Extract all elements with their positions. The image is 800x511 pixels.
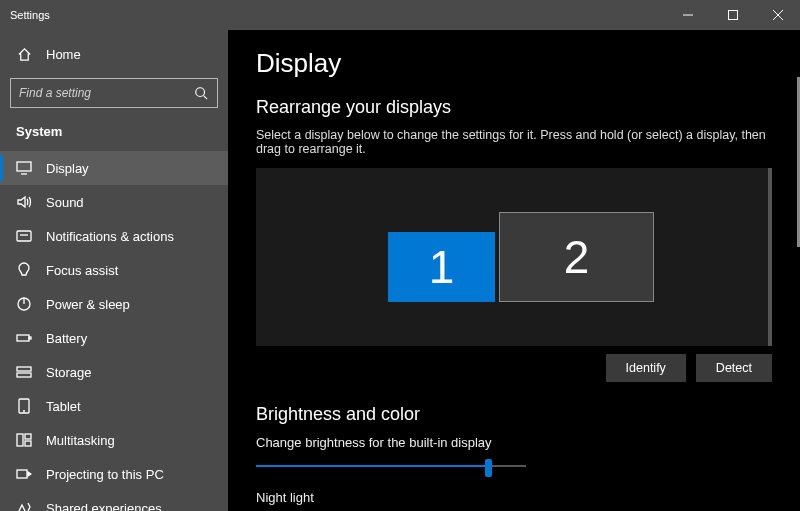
display-icon	[16, 160, 32, 176]
search-input[interactable]	[19, 86, 193, 100]
detect-button[interactable]: Detect	[696, 354, 772, 382]
sidebar: Home System Display Sound Notifications …	[0, 30, 228, 511]
monitor-id: 1	[429, 240, 455, 294]
svg-rect-12	[17, 335, 29, 341]
home-icon	[16, 46, 32, 62]
sidebar-item-label: Storage	[46, 365, 92, 380]
svg-rect-8	[17, 231, 31, 241]
titlebar: Settings	[0, 0, 800, 30]
search-icon	[193, 85, 209, 101]
search-container	[0, 72, 228, 114]
notifications-icon	[16, 228, 32, 244]
sidebar-item-projecting[interactable]: Projecting to this PC	[0, 457, 228, 491]
svg-point-4	[196, 88, 205, 97]
tablet-icon	[16, 398, 32, 414]
sidebar-item-label: Tablet	[46, 399, 81, 414]
projecting-icon	[16, 466, 32, 482]
brightness-slider[interactable]	[256, 456, 526, 476]
window-controls	[665, 0, 800, 30]
sidebar-item-label: Battery	[46, 331, 87, 346]
sidebar-item-storage[interactable]: Storage	[0, 355, 228, 389]
night-light-label: Night light	[256, 490, 772, 505]
svg-rect-13	[29, 337, 31, 339]
sidebar-item-display[interactable]: Display	[0, 151, 228, 185]
window-title: Settings	[0, 9, 665, 21]
sidebar-item-label: Power & sleep	[46, 297, 130, 312]
slider-thumb[interactable]	[485, 459, 492, 477]
sidebar-item-sound[interactable]: Sound	[0, 185, 228, 219]
search-box[interactable]	[10, 78, 218, 108]
minimize-button[interactable]	[665, 0, 710, 30]
sidebar-item-label: Shared experiences	[46, 501, 162, 512]
page-title: Display	[256, 48, 772, 79]
sidebar-item-shared-experiences[interactable]: Shared experiences	[0, 491, 228, 511]
brightness-label: Change brightness for the built-in displ…	[256, 435, 772, 450]
monitor-id: 2	[564, 230, 590, 284]
home-label: Home	[46, 47, 81, 62]
shared-icon	[16, 500, 32, 511]
focus-assist-icon	[16, 262, 32, 278]
sidebar-item-notifications[interactable]: Notifications & actions	[0, 219, 228, 253]
arrange-button-row: Identify Detect	[256, 354, 772, 382]
sidebar-category: System	[0, 114, 228, 151]
identify-button[interactable]: Identify	[606, 354, 686, 382]
svg-rect-14	[17, 367, 31, 371]
sidebar-item-label: Focus assist	[46, 263, 118, 278]
sidebar-item-label: Projecting to this PC	[46, 467, 164, 482]
storage-icon	[16, 364, 32, 380]
sidebar-item-label: Sound	[46, 195, 84, 210]
sidebar-item-multitasking[interactable]: Multitasking	[0, 423, 228, 457]
home-button[interactable]: Home	[0, 36, 228, 72]
svg-line-5	[204, 96, 208, 100]
sidebar-item-label: Notifications & actions	[46, 229, 174, 244]
sidebar-item-power-sleep[interactable]: Power & sleep	[0, 287, 228, 321]
svg-rect-6	[17, 162, 31, 171]
svg-rect-20	[25, 441, 31, 446]
multitasking-icon	[16, 432, 32, 448]
sidebar-item-tablet[interactable]: Tablet	[0, 389, 228, 423]
svg-rect-1	[728, 11, 737, 20]
rearrange-hint: Select a display below to change the set…	[256, 128, 772, 156]
svg-rect-21	[17, 470, 27, 478]
slider-fill	[256, 465, 488, 467]
rearrange-heading: Rearrange your displays	[256, 97, 772, 118]
main-content: Display Rearrange your displays Select a…	[228, 30, 800, 511]
monitor-2[interactable]: 2	[499, 212, 654, 302]
brightness-heading: Brightness and color	[256, 404, 772, 425]
sidebar-item-focus-assist[interactable]: Focus assist	[0, 253, 228, 287]
maximize-button[interactable]	[710, 0, 755, 30]
svg-rect-15	[17, 373, 31, 377]
sidebar-item-battery[interactable]: Battery	[0, 321, 228, 355]
monitor-1[interactable]: 1	[388, 232, 495, 302]
sidebar-nav: Display Sound Notifications & actions Fo…	[0, 151, 228, 511]
power-icon	[16, 296, 32, 312]
sound-icon	[16, 194, 32, 210]
svg-rect-19	[25, 434, 31, 439]
close-button[interactable]	[755, 0, 800, 30]
sidebar-item-label: Display	[46, 161, 89, 176]
display-arrange-canvas[interactable]: 1 2	[256, 168, 772, 346]
battery-icon	[16, 330, 32, 346]
svg-rect-18	[17, 434, 23, 446]
sidebar-item-label: Multitasking	[46, 433, 115, 448]
